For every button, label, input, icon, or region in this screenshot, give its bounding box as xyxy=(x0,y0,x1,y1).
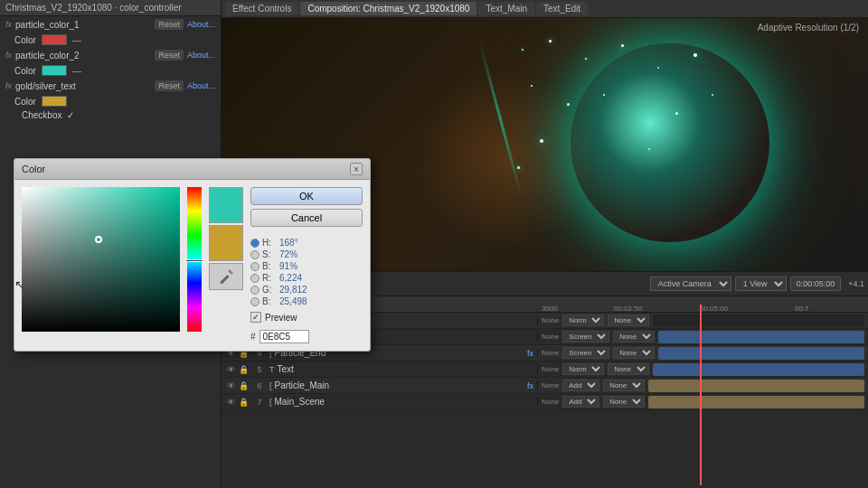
effect-row-particle-color-2: fx particle_color_2 Reset About... xyxy=(0,47,221,63)
camera-dropdown[interactable]: Active Camera xyxy=(650,277,731,291)
color-swatch-red[interactable] xyxy=(42,34,67,45)
table-row: 👁 🔒 7 [ Main_Scene None Add None xyxy=(222,394,868,410)
timeline-bar-area xyxy=(648,396,864,408)
reset-button-3[interactable]: Reset xyxy=(155,80,184,91)
color-row-1: Color — xyxy=(0,33,221,47)
blue-radio[interactable] xyxy=(250,297,259,306)
timeline-bar xyxy=(653,363,864,376)
timeline-bar xyxy=(648,380,864,392)
color-inputs: H: 168° S: 72% B: 91% xyxy=(250,238,363,323)
adaptive-resolution-label: Adaptive Resolution (1/2) xyxy=(758,23,859,33)
lock-icon: 🔒 xyxy=(239,381,250,390)
green-value: 29,812 xyxy=(279,285,307,295)
fx-indicator: fx xyxy=(527,349,533,358)
timeline-bar xyxy=(658,331,864,343)
tmat-dropdown[interactable]: None xyxy=(603,396,645,408)
eye-icon[interactable]: 👁 xyxy=(225,365,236,374)
effect-name-2: particle_color_2 xyxy=(15,51,151,61)
eye-icon[interactable]: 👁 xyxy=(225,381,236,390)
dialog-title: Color xyxy=(22,164,45,174)
mode-dropdown[interactable]: Norm xyxy=(562,314,604,326)
bri-radio[interactable] xyxy=(250,262,259,271)
particle xyxy=(621,44,624,47)
particle xyxy=(603,94,605,96)
eye-icon[interactable]: 👁 xyxy=(225,398,236,407)
tab-composition[interactable]: Composition: Christmas_V2_1920x1080 xyxy=(300,2,476,15)
checkbox-check[interactable]: ✓ xyxy=(67,110,74,120)
tmat-dropdown[interactable]: None xyxy=(608,314,649,326)
reset-button-2[interactable]: Reset xyxy=(155,50,184,61)
mode-dropdown[interactable]: Add xyxy=(562,380,599,391)
hue-strip[interactable] xyxy=(187,187,202,332)
dialog-controls: OK Cancel H: 168° S: 72% xyxy=(250,187,363,343)
color-swatch-teal[interactable] xyxy=(42,65,67,76)
red-radio[interactable] xyxy=(250,274,259,283)
layer-name: Main_Scene xyxy=(275,397,533,407)
particle xyxy=(549,40,552,42)
mode-dropdown[interactable]: Norm xyxy=(562,363,604,375)
dialog-close-button[interactable]: × xyxy=(350,163,363,175)
row-right-1: None Screen None xyxy=(538,331,868,343)
ruler-mark-4: 00:7 xyxy=(795,305,809,313)
tmat-dropdown[interactable]: None xyxy=(613,331,655,343)
panel-header-text: Christmas_V2_1920x1080 · color_controlle… xyxy=(5,3,182,13)
tmat-dropdown[interactable]: None xyxy=(608,363,649,375)
about-button-3[interactable]: About... xyxy=(187,81,215,90)
particle xyxy=(657,67,659,69)
row-left-3: 👁 🔒 5 T Text xyxy=(222,364,538,374)
hue-input-row: H: 168° xyxy=(250,238,363,248)
parent-label: None xyxy=(542,349,559,357)
tmat-dropdown[interactable]: None xyxy=(613,347,655,359)
view-dropdown[interactable]: 1 View xyxy=(735,277,787,291)
checkbox-label: Checkbox xyxy=(22,110,61,120)
playhead xyxy=(700,305,702,485)
color-label-3: Color xyxy=(14,97,36,107)
dialog-titlebar: Color × xyxy=(14,159,370,180)
swatch-icon xyxy=(209,263,243,290)
timeline-bar xyxy=(658,347,864,360)
particle xyxy=(531,85,533,87)
particles-container xyxy=(513,31,739,266)
mode-dropdown[interactable]: Screen xyxy=(562,331,609,343)
blue-label: B: xyxy=(262,296,277,306)
panel-header: Christmas_V2_1920x1080 · color_controlle… xyxy=(0,0,221,16)
tab-text-main[interactable]: Text_Main xyxy=(478,2,534,15)
lock-icon: 🔒 xyxy=(239,398,250,407)
dialog-buttons: OK Cancel xyxy=(250,187,363,227)
tab-effects-controls[interactable]: Effect Controls xyxy=(225,2,298,15)
particle xyxy=(648,148,650,150)
mode-dropdown[interactable]: Add xyxy=(562,396,599,408)
color-picker-dialog[interactable]: Color × ↖ xyxy=(14,158,371,352)
sat-radio[interactable] xyxy=(250,250,259,259)
layer-icon: [ xyxy=(269,381,272,390)
row-left-4: 👁 🔒 6 [ Particle_Main fx xyxy=(222,380,538,390)
top-bar: Effect Controls Composition: Christmas_V… xyxy=(222,0,868,18)
effect-name-3: gold/silver_text xyxy=(15,81,151,91)
particle xyxy=(693,53,697,57)
layer-name: Particle_Main xyxy=(275,380,524,390)
fx-indicator: fx xyxy=(527,381,533,390)
about-button-2[interactable]: About... xyxy=(187,51,215,60)
checkbox-row: Checkbox ✓ xyxy=(0,108,221,122)
particle xyxy=(675,112,678,115)
about-button[interactable]: About... xyxy=(187,20,215,29)
color-swatch-gold[interactable] xyxy=(42,96,67,107)
tab-text-edit[interactable]: Text_Edit xyxy=(536,2,588,15)
fx-icon-2: fx xyxy=(5,51,12,60)
mode-dropdown[interactable]: Screen xyxy=(562,347,609,359)
green-radio[interactable] xyxy=(250,286,259,295)
preview-label: Preview xyxy=(265,313,297,323)
tmat-dropdown[interactable]: None xyxy=(603,380,645,391)
hue-radio[interactable] xyxy=(250,239,259,248)
timeline-bar-area xyxy=(653,363,864,376)
gradient-picker[interactable]: ↖ xyxy=(22,187,180,332)
preview-checkbox[interactable]: ✓ xyxy=(250,312,261,323)
reset-button[interactable]: Reset xyxy=(155,19,184,30)
minus-icon-2: — xyxy=(72,66,81,76)
hex-input[interactable] xyxy=(259,330,309,343)
cancel-button[interactable]: Cancel xyxy=(250,209,363,227)
ok-button[interactable]: OK xyxy=(250,187,363,205)
timecode-fps: +4.1 xyxy=(848,279,864,288)
row-num: 6 xyxy=(252,381,267,390)
particle xyxy=(522,49,524,51)
